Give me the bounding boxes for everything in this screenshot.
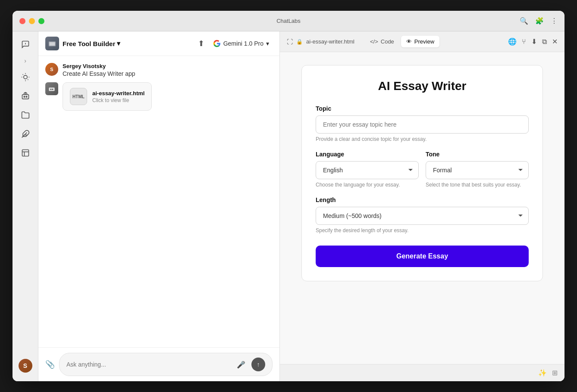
minimize-button[interactable] [29, 18, 35, 24]
tone-hint: Select the tone that best suits your ess… [426, 182, 529, 188]
svg-rect-18 [49, 87, 54, 91]
preview-icon: 👁 [406, 38, 412, 45]
attach-button[interactable]: 📎 [45, 360, 55, 369]
chat-messages: S Sergey Visotsky Create AI Essay Writer… [38, 56, 279, 347]
user-avatar-sidebar[interactable]: S [19, 359, 32, 373]
chat-header-actions: ⬆ Gemini 1.0 Pro ▾ [198, 38, 273, 49]
main-content: › [13, 31, 564, 381]
svg-line-5 [28, 79, 28, 80]
model-chevron: ▾ [266, 40, 269, 47]
topic-input[interactable] [316, 115, 529, 134]
user-message: S Sergey Visotsky Create AI Essay Writer… [45, 63, 273, 77]
code-icon: </> [370, 38, 378, 45]
mic-button[interactable]: 🎤 [234, 358, 248, 371]
sidebar-item-layout[interactable] [18, 145, 33, 161]
lock-icon: 🔒 [296, 39, 303, 45]
search-icon[interactable]: 🔍 [520, 17, 528, 25]
sidebar-item-chat[interactable] [18, 37, 33, 52]
length-label: Length [316, 196, 529, 203]
topic-label: Topic [316, 105, 529, 112]
language-hint: Choose the language for your essay. [316, 182, 419, 188]
app-window: ChatLabs 🔍 🧩 ⋮ › [13, 11, 564, 381]
essay-app-title: AI Essay Writer [316, 79, 529, 93]
svg-point-1 [23, 75, 27, 79]
length-hint: Specify the desired length of your essay… [316, 227, 529, 233]
chat-bot-name[interactable]: Free Tool Builder ▾ [63, 40, 120, 47]
svg-point-10 [26, 96, 27, 97]
chat-panel: Free Tool Builder ▾ ⬆ Gemini 1.0 Pro [38, 31, 280, 381]
svg-rect-13 [22, 150, 28, 156]
model-selector[interactable]: Gemini 1.0 Pro ▾ [210, 38, 273, 49]
svg-point-19 [50, 89, 52, 90]
preview-panel: ⛶ 🔒 ai-essay-writer.html </> Code 👁 Prev… [280, 31, 564, 381]
topic-group: Topic Provide a clear and concise topic … [316, 105, 529, 142]
tone-label: Tone [426, 151, 529, 158]
language-group: Language English Spanish French German C… [316, 151, 419, 188]
file-type-icon: HTML [70, 88, 87, 105]
share-icon[interactable]: ⬆ [198, 39, 204, 48]
file-card[interactable]: HTML ai-essay-writer.html Click to view … [63, 82, 152, 111]
file-action: Click to view file [92, 97, 144, 103]
copy-icon[interactable]: ⧉ [542, 38, 547, 46]
preview-header-left: ⛶ 🔒 ai-essay-writer.html [287, 38, 354, 45]
preview-header-tabs: </> Code 👁 Preview [365, 36, 439, 47]
bot-message: HTML ai-essay-writer.html Click to view … [45, 82, 273, 111]
sidebar-item-plugins[interactable] [18, 126, 33, 142]
sidebar-item-bots[interactable] [18, 88, 33, 104]
chat-input-area: 📎 🎤 ↑ [38, 347, 279, 381]
tab-code[interactable]: </> Code [365, 36, 399, 47]
length-select[interactable]: Short (~250 words) Medium (~500 words) L… [316, 207, 529, 225]
svg-point-9 [24, 96, 25, 97]
language-tone-row: Language English Spanish French German C… [316, 151, 529, 188]
user-message-text: Create AI Essay Writer app [63, 70, 135, 77]
chat-header: Free Tool Builder ▾ ⬆ Gemini 1.0 Pro [38, 31, 279, 56]
close-icon[interactable]: ✕ [552, 37, 558, 46]
sparkle-icon[interactable]: ✨ [538, 369, 547, 377]
window-title: ChatLabs [276, 18, 301, 24]
maximize-button[interactable] [38, 18, 44, 24]
send-button[interactable]: ↑ [251, 358, 265, 371]
sidebar-collapse-icon[interactable]: › [22, 56, 28, 66]
sidebar-item-ideas[interactable] [18, 69, 33, 85]
svg-rect-8 [22, 95, 28, 99]
bot-avatar [45, 82, 58, 95]
user-avatar: S [45, 63, 58, 76]
message-group-user: S Sergey Visotsky Create AI Essay Writer… [45, 63, 273, 111]
svg-rect-17 [49, 42, 55, 46]
globe-icon[interactable]: 🌐 [508, 37, 517, 46]
length-group: Length Short (~250 words) Medium (~500 w… [316, 196, 529, 233]
preview-header-right: 🌐 ⑂ ⬇ ⧉ ✕ [508, 37, 558, 46]
sidebar-item-files[interactable] [18, 107, 33, 123]
titlebar: ChatLabs 🔍 🧩 ⋮ [13, 11, 564, 31]
generate-button[interactable]: Generate Essay [316, 246, 529, 267]
tone-select[interactable]: Formal Informal Academic Creative [426, 161, 529, 179]
svg-point-20 [52, 89, 53, 90]
file-info: ai-essay-writer.html Click to view file [92, 90, 144, 103]
chat-input[interactable] [66, 361, 231, 368]
language-label: Language [316, 151, 419, 158]
expand-icon[interactable]: ⛶ [287, 38, 293, 45]
user-name: Sergey Visotsky [63, 63, 135, 69]
preview-header: ⛶ 🔒 ai-essay-writer.html </> Code 👁 Prev… [280, 31, 564, 52]
fork-icon[interactable]: ⑂ [522, 38, 526, 46]
language-select[interactable]: English Spanish French German Chinese [316, 161, 419, 179]
preview-footer: ✨ ⊞ [280, 364, 564, 381]
bot-avatar-header [45, 37, 59, 50]
tone-group: Tone Formal Informal Academic Creative S… [426, 151, 529, 188]
download-icon[interactable]: ⬇ [531, 37, 537, 46]
titlebar-icons: 🔍 🧩 ⋮ [520, 17, 558, 25]
narrow-sidebar: › [13, 31, 38, 381]
chat-input-wrapper: 🎤 ↑ [59, 353, 273, 376]
extensions-icon[interactable]: 🧩 [535, 17, 544, 25]
expand-preview-icon[interactable]: ⊞ [552, 369, 558, 377]
tab-preview[interactable]: 👁 Preview [401, 36, 439, 47]
close-button[interactable] [19, 18, 25, 24]
essay-card: AI Essay Writer Topic Provide a clear an… [301, 65, 543, 281]
file-name: ai-essay-writer.html [92, 90, 144, 96]
topic-hint: Provide a clear and concise topic for yo… [316, 136, 529, 142]
svg-line-4 [22, 75, 23, 75]
more-icon[interactable]: ⋮ [551, 17, 558, 25]
user-message-content: Sergey Visotsky Create AI Essay Writer a… [63, 63, 135, 77]
model-name: Gemini 1.0 Pro [223, 40, 263, 47]
preview-content: AI Essay Writer Topic Provide a clear an… [280, 52, 564, 364]
